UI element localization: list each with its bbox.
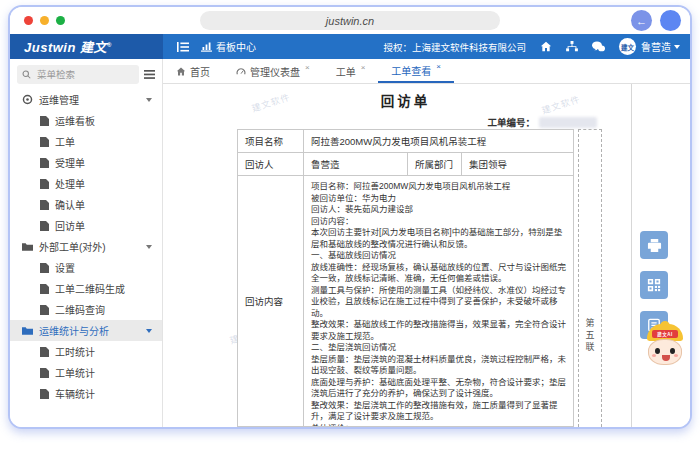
minimize-window-button[interactable] (40, 16, 49, 25)
file-icon (40, 158, 49, 168)
sidebar-item-label: 工单 (55, 134, 75, 149)
browser-titlebar: justwin.cn ← (10, 7, 690, 34)
zoom-window-button[interactable] (56, 16, 65, 25)
user-avatar[interactable]: 建文 (619, 38, 636, 55)
sidebar-item-label: 外部工单(对外) (39, 239, 106, 254)
file-icon (40, 389, 49, 399)
sidebar-item-ops-statistics-analysis[interactable]: 运维统计与分析 (10, 320, 162, 341)
return-visit-form-table: 项目名称 阿拉善200MW风力发电项目风机吊装工程 回访人 鲁营造 所属部门 集… (237, 129, 574, 427)
ops-gear-icon (22, 94, 33, 105)
close-window-button[interactable] (24, 16, 33, 25)
org-structure-icon[interactable] (566, 41, 578, 52)
file-icon (40, 368, 49, 378)
sidebar: 运维管理 运维看板 工单 受理单 处理单 (10, 59, 163, 427)
folder-icon (22, 242, 33, 251)
sidebar-item-work-order-qrcode-generate[interactable]: 工单二维码生成 (10, 278, 162, 299)
department-label: 所属部门 (408, 153, 462, 175)
sidebar-item-label: 二维码查询 (55, 302, 105, 317)
content-line: 本次回访主要针对[风力发电项目名称]中的基础施工部分，特别是垫层和基础放线的整改… (311, 227, 566, 250)
browser-window: justwin.cn ← Justwin 建文® 看板中心 授权：上海建文软件 (8, 5, 692, 429)
tab-label: 管理仪表盘 (250, 64, 300, 79)
sidebar-item-ops-board[interactable]: 运维看板 (10, 110, 162, 131)
app-header: Justwin 建文® 看板中心 授权：上海建文软件科技有限公司 (10, 34, 690, 59)
tab-management-dashboard[interactable]: 管理仪表盘 × (223, 59, 323, 83)
back-arrow-icon: ← (636, 15, 647, 27)
visitor-label: 回访人 (238, 153, 304, 175)
folder-icon (22, 326, 33, 335)
close-tab-icon[interactable]: × (436, 62, 441, 71)
chevron-down-icon (146, 329, 152, 333)
search-icon (22, 70, 31, 79)
content-line: 回访内容： (311, 216, 566, 228)
close-tab-icon[interactable]: × (361, 63, 366, 72)
screenshot-root: justwin.cn ← Justwin 建文® 看板中心 授权：上海建文软件 (0, 0, 700, 454)
sidebar-item-work-order[interactable]: 工单 (10, 131, 162, 152)
browser-action-button[interactable] (660, 10, 681, 31)
board-center-link[interactable]: 看板中心 (201, 39, 256, 54)
sidebar-item-return-visit-order[interactable]: 回访单 (10, 215, 162, 236)
sidebar-item-vehicle-statistics[interactable]: 车辆统计 (10, 383, 162, 404)
visitor-value: 鲁营造 (304, 153, 408, 175)
content-line: 一、基础放线回访情况 (311, 250, 566, 262)
menu-search-box[interactable] (17, 65, 139, 84)
sidebar-item-ops-management[interactable]: 运维管理 (10, 89, 162, 110)
tab-label: 首页 (190, 64, 210, 79)
chevron-down-icon (146, 98, 152, 102)
content-line: 放线准确性：经现场复核，确认基础放线的位置、尺寸与设计图纸完全一致，放线标记清晰… (311, 262, 566, 285)
address-bar[interactable]: justwin.cn (200, 11, 500, 30)
tab-work-order[interactable]: 工单 × (323, 59, 379, 83)
user-menu-caret-icon (674, 45, 680, 49)
sidebar-item-external-work-order[interactable]: 外部工单(对外) (10, 236, 162, 257)
file-icon (40, 347, 49, 357)
home-icon[interactable] (540, 41, 552, 52)
form-title: 回访单 (237, 90, 574, 110)
home-icon (176, 67, 186, 76)
username-text[interactable]: 鲁营造 (641, 39, 671, 54)
back-button[interactable]: ← (631, 10, 652, 31)
sidebar-item-settings[interactable]: 设置 (10, 257, 162, 278)
bar-chart-icon (201, 42, 212, 52)
content-line: 底面处理与养护：基础底面处理平整、无杂物，符合设计要求；垫层浇筑后进行了充分的养… (311, 377, 566, 400)
print-button[interactable] (640, 231, 668, 259)
sidebar-item-label: 确认单 (55, 197, 85, 212)
window-controls (24, 16, 65, 25)
sidebar-item-label: 工单二维码生成 (55, 281, 125, 296)
content-line: 整改效果：垫层浇筑工作的整改措施有效，施工质量得到了显著提升，满足了设计要求及施… (311, 400, 566, 423)
sidebar-item-work-order-statistics[interactable]: 工单统计 (10, 362, 162, 383)
sidebar-item-qrcode-query[interactable]: 二维码查询 (10, 299, 162, 320)
copy-number-column: 第五联 (578, 129, 602, 427)
project-name-label: 项目名称 (238, 130, 304, 152)
message-icon[interactable] (592, 41, 605, 52)
tab-bar: 首页 管理仪表盘 × 工单 × 工单查看 (163, 59, 690, 84)
tab-home[interactable]: 首页 (163, 59, 223, 83)
license-text: 授权：上海建文软件科技有限公司 (383, 40, 526, 54)
sidebar-item-label: 处理单 (55, 176, 85, 191)
content-line: 总体评价： (311, 423, 566, 427)
content-line: 整改效果：基础放线工作的整改措施得当，效果显著，完全符合设计要求及施工规范。 (311, 319, 566, 342)
menu-list-icon[interactable] (144, 70, 155, 79)
sidebar-item-confirmation-order[interactable]: 确认单 (10, 194, 162, 215)
sidebar-collapse-icon[interactable] (177, 42, 189, 52)
justwin-logo: Justwin 建文® (24, 37, 112, 56)
sidebar-item-acceptance-order[interactable]: 受理单 (10, 152, 162, 173)
sidebar-item-label: 回访单 (55, 218, 85, 233)
file-icon (40, 116, 49, 126)
menu-search-input[interactable] (35, 68, 134, 81)
department-value: 集团领导 (462, 153, 573, 175)
sidebar-item-label: 车辆统计 (55, 386, 95, 401)
sidebar-item-work-hours-statistics[interactable]: 工时统计 (10, 341, 162, 362)
sidebar-item-handling-order[interactable]: 处理单 (10, 173, 162, 194)
printer-icon (647, 238, 662, 253)
file-icon (40, 284, 49, 294)
project-name-value: 阿拉善200MW风力发电项目风机吊装工程 (304, 130, 573, 152)
tab-work-order-view[interactable]: 工单查看 × (378, 59, 454, 83)
content-line: 二、垫层浇筑回访情况 (311, 342, 566, 354)
ai-assistant-mascot[interactable]: 建文AI (642, 321, 688, 379)
file-icon (40, 137, 49, 147)
close-tab-icon[interactable]: × (305, 63, 310, 72)
file-icon (40, 305, 49, 315)
main-area: 首页 管理仪表盘 × 工单 × 工单查看 (163, 59, 690, 427)
sidebar-item-label: 设置 (55, 260, 75, 275)
order-no-redacted (539, 117, 597, 128)
qrcode-button[interactable] (640, 271, 668, 299)
